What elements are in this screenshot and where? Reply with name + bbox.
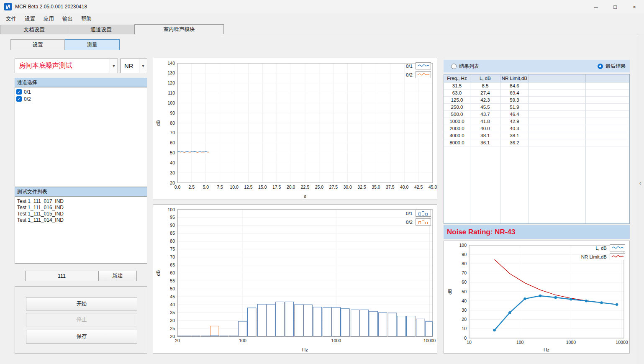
file-item[interactable]: Test 1_111_016_IND	[15, 205, 147, 211]
svg-text:7.5: 7.5	[217, 185, 223, 190]
radio-unselected-icon[interactable]	[451, 64, 457, 69]
save-button[interactable]: 保存	[26, 330, 137, 343]
result-row[interactable]: 63.027.469.4	[444, 90, 629, 97]
result-cell	[586, 111, 629, 118]
svg-text:30: 30	[170, 318, 175, 323]
result-row[interactable]: 4000.038.138.1	[444, 132, 629, 139]
menu-item-help[interactable]: 帮助	[77, 13, 96, 24]
svg-text:10: 10	[462, 326, 467, 331]
result-row[interactable]: 31.58.584.6	[444, 82, 629, 90]
tab-document-settings[interactable]: 文档设置	[0, 25, 68, 34]
svg-text:25.0: 25.0	[315, 185, 324, 190]
channel-item[interactable]: ✓ 0/2	[15, 95, 147, 103]
result-cell: 36.2	[500, 139, 529, 146]
test-files-header: 测试文件列表	[15, 187, 147, 196]
svg-text:10000: 10000	[616, 340, 628, 345]
check-glyph: ✓	[17, 90, 21, 94]
subtab-measure[interactable]: 测量	[65, 39, 120, 50]
svg-text:15.0: 15.0	[258, 185, 267, 190]
file-item[interactable]: Test 1_111_014_IND	[15, 217, 147, 223]
result-cell: 45.5	[470, 104, 500, 111]
menu-item-settings[interactable]: 设置	[21, 13, 39, 24]
svg-text:2.5: 2.5	[189, 185, 195, 190]
result-row[interactable]: 1000.041.842.9	[444, 118, 629, 125]
legend-label: L, dB	[595, 246, 607, 251]
new-button[interactable]: 新建	[98, 271, 137, 281]
test-name-input[interactable]	[25, 271, 98, 281]
svg-text:50: 50	[170, 150, 175, 155]
window-controls: ─ □ ×	[586, 0, 644, 13]
app-window: MCR Beta 2.05.0.001 20230418 ─ □ × 文件 设置…	[0, 0, 644, 364]
minimize-icon[interactable]: ─	[586, 0, 606, 13]
svg-text:85: 85	[170, 231, 175, 236]
result-cell	[586, 118, 629, 125]
result-cell	[586, 139, 629, 146]
menu-item-output[interactable]: 输出	[58, 13, 77, 24]
test-type-value: 房间本底噪声测试	[15, 62, 110, 70]
menu-item-application[interactable]: 应用	[39, 13, 58, 24]
test-files-listbox: Test 1_111_017_IND Test 1_111_016_IND Te…	[15, 196, 147, 264]
legend-label: NR Limit,dB	[581, 254, 607, 259]
titlebar: MCR Beta 2.05.0.001 20230418 ─ □ ×	[0, 0, 644, 13]
radio-label: 最后结果	[606, 63, 626, 70]
checkbox-checked-icon[interactable]: ✓	[16, 96, 22, 102]
svg-text:130: 130	[167, 70, 175, 75]
tab-channel-settings[interactable]: 通道设置	[68, 25, 134, 34]
channel-label: 0/2	[24, 96, 31, 102]
result-cell: 500.0	[444, 111, 470, 118]
result-row[interactable]: 500.043.746.4	[444, 111, 629, 118]
result-cell: 8000.0	[444, 139, 470, 146]
result-cell: 41.8	[470, 118, 500, 125]
result-row[interactable]: 125.042.359.3	[444, 97, 629, 104]
svg-text:27.5: 27.5	[329, 185, 338, 190]
svg-text:60: 60	[170, 270, 175, 275]
svg-text:35: 35	[170, 310, 175, 315]
svg-text:55: 55	[170, 278, 175, 283]
test-type-combo[interactable]: 房间本底噪声测试 ▾	[15, 59, 118, 73]
legend-line-blue-icon	[610, 244, 625, 251]
start-button[interactable]: 开始	[26, 297, 137, 310]
col-header-freq: Freq., Hz	[444, 74, 470, 82]
time-history-chart-panel: 20304050607080901001101201301400.02.55.0…	[153, 58, 437, 200]
time-chart-legend: 0/1 0/2	[406, 62, 431, 78]
subtab-settings[interactable]: 设置	[10, 39, 65, 50]
result-row[interactable]: 250.045.551.9	[444, 104, 629, 111]
result-cell	[586, 97, 629, 104]
result-row[interactable]: 8000.036.136.2	[444, 139, 629, 146]
svg-text:Hz: Hz	[302, 347, 308, 352]
svg-text:50: 50	[170, 286, 175, 291]
rating-combo[interactable]: NR ▾	[120, 59, 147, 73]
result-cell: 125.0	[444, 97, 470, 104]
dropdown-arrow-icon[interactable]: ▾	[110, 59, 118, 73]
svg-text:40: 40	[462, 298, 467, 303]
svg-text:100: 100	[459, 243, 467, 248]
results-table: Freq., Hz L, dB NR Limit,dB 31.58.584.66…	[444, 74, 630, 224]
file-item[interactable]: Test 1_111_017_IND	[15, 198, 147, 205]
result-cell: 38.1	[500, 132, 529, 139]
dropdown-arrow-icon[interactable]: ▾	[139, 59, 147, 73]
checkbox-checked-icon[interactable]: ✓	[16, 89, 22, 95]
radio-selected-icon[interactable]	[598, 64, 603, 69]
radio-result-list[interactable]: 结果列表	[451, 63, 479, 70]
menu-item-file[interactable]: 文件	[2, 13, 21, 24]
tab-room-noise-module[interactable]: 室内噪声模块	[134, 24, 224, 34]
stop-button[interactable]: 停止	[26, 313, 137, 326]
file-item[interactable]: Test 1_111_015_IND	[15, 211, 147, 217]
results-mode-bar: 结果列表 最后结果	[444, 60, 630, 72]
result-cell: 84.6	[500, 82, 529, 90]
result-cell	[586, 132, 629, 139]
close-icon[interactable]: ×	[625, 0, 644, 13]
svg-text:100: 100	[167, 207, 175, 212]
radio-last-result[interactable]: 最后结果	[598, 63, 626, 70]
spectrum-chart-legend: 0/1 0/2	[406, 210, 431, 226]
panel-collapse-strip[interactable]: ‹	[638, 34, 644, 364]
result-cell	[529, 104, 586, 111]
svg-text:100: 100	[516, 340, 524, 345]
svg-text:80: 80	[170, 238, 175, 244]
svg-text:40: 40	[170, 302, 175, 307]
channel-item[interactable]: ✓ 0/1	[15, 88, 147, 95]
svg-text:20: 20	[462, 317, 467, 322]
result-cell: 63.0	[444, 90, 470, 97]
maximize-icon[interactable]: □	[606, 0, 625, 13]
result-row[interactable]: 2000.040.040.3	[444, 125, 629, 132]
